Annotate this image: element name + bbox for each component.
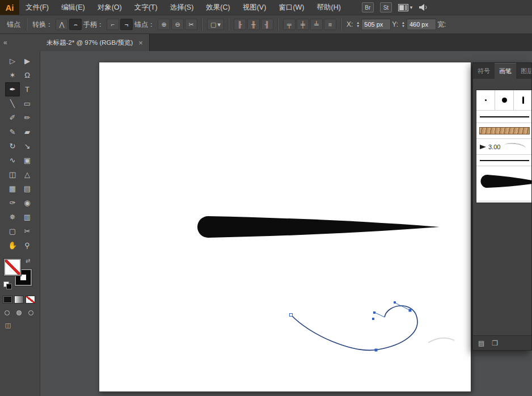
direct-selection-tool[interactable]: ▷ — [5, 54, 20, 68]
menu-view[interactable]: 视图(V) — [237, 0, 273, 15]
tab-symbols[interactable]: 符号 — [473, 63, 495, 79]
swap-fill-stroke-icon[interactable]: ⇄ — [26, 258, 30, 264]
draw-behind-button[interactable] — [14, 308, 24, 317]
align-right-button[interactable]: ╢ — [261, 19, 273, 30]
selected-pen-path[interactable] — [290, 301, 418, 352]
x-stepper[interactable]: ▲▼ — [356, 21, 360, 28]
pen-tool[interactable]: ✒ — [5, 82, 20, 96]
color-button[interactable] — [3, 296, 12, 304]
menu-window[interactable]: 窗口(W) — [272, 0, 310, 15]
artboard-tool[interactable]: ▢ — [5, 224, 20, 238]
mesh-tool[interactable]: ▦ — [5, 182, 20, 196]
width-tool[interactable]: ∿ — [5, 153, 20, 167]
artboard[interactable] — [99, 62, 471, 391]
convert-to-smooth-button[interactable]: ⌢ — [69, 19, 82, 30]
align-center-button[interactable]: ╫ — [247, 19, 260, 30]
magic-wand-tool[interactable]: ✶ — [5, 68, 20, 82]
screen-mode-button[interactable]: ◫ — [2, 321, 14, 330]
remove-anchor-button[interactable]: ⊖ — [171, 19, 184, 30]
type-tool[interactable]: T — [20, 82, 35, 96]
tab-brushes[interactable]: 画笔 — [495, 63, 516, 79]
hide-handles-button[interactable]: ¬ — [120, 19, 133, 30]
pen-icon: ✒ — [10, 85, 16, 94]
mesh-icon: ▦ — [9, 184, 16, 193]
pencil-tool[interactable]: ✏ — [20, 111, 35, 125]
brush-item-calligraphic[interactable] — [514, 90, 532, 110]
brush-item-pattern[interactable] — [476, 123, 532, 139]
align-bottom-button[interactable]: ╧ — [310, 19, 323, 30]
perspective-grid-tool[interactable]: △ — [20, 167, 35, 182]
gradient-button[interactable] — [14, 296, 24, 304]
slice-tool[interactable]: ✂ — [20, 224, 35, 238]
menu-help[interactable]: 帮助(H) — [311, 0, 347, 15]
brush-item-dot-large[interactable] — [495, 90, 514, 110]
rotate-tool[interactable]: ↻ — [5, 139, 20, 153]
show-handles-button[interactable]: ⌐ — [107, 19, 119, 30]
blob-brush-tool[interactable]: ✎ — [5, 125, 20, 139]
align-top-button[interactable]: ╤ — [283, 19, 295, 30]
blend-tool[interactable]: ◉ — [20, 196, 35, 210]
selection-tool[interactable]: ▶ — [20, 54, 35, 68]
lasso-tool[interactable]: Ω — [20, 68, 35, 82]
brush-item-dot-small[interactable] — [476, 90, 495, 110]
paintbrush-tool[interactable]: ✐ — [5, 111, 20, 125]
toolbar-collapse[interactable]: « — [0, 34, 40, 51]
scale-tool[interactable]: ↘ — [20, 139, 35, 153]
free-transform-tool[interactable]: ▣ — [20, 153, 35, 167]
y-stepper[interactable]: ▲▼ — [402, 21, 405, 28]
brush-item-charcoal[interactable] — [476, 155, 532, 166]
direct-selection-icon: ▷ — [10, 57, 15, 65]
document-tab[interactable]: 未标题-2* @ 97% (RGB/预览) × — [40, 34, 150, 51]
tab-layers[interactable]: 图层 — [516, 63, 532, 79]
charcoal-brush-icon — [480, 160, 529, 161]
eraser-tool[interactable]: ▰ — [20, 125, 35, 139]
add-anchor-button[interactable]: ⊕ — [158, 19, 170, 30]
default-fill-stroke-icon[interactable] — [3, 281, 12, 289]
menu-type[interactable]: 文字(T) — [128, 0, 164, 15]
arrange-documents-icon — [398, 4, 408, 11]
canvas[interactable]: 符号 画笔 图层 3.00 ▤ — [40, 51, 532, 396]
eyedropper-tool[interactable]: ✑ — [5, 196, 20, 210]
menu-select[interactable]: 选择(S) — [164, 0, 200, 15]
megaphone-button[interactable] — [419, 3, 429, 11]
x-input[interactable] — [361, 19, 391, 30]
align-middle-button[interactable]: ╪ — [297, 19, 309, 30]
y-input[interactable] — [407, 19, 436, 30]
arrange-documents-button[interactable]: ▾ — [398, 4, 413, 11]
brush-libraries-menu-icon[interactable]: ▤ — [478, 339, 484, 347]
brush-item-size[interactable]: 3.00 — [476, 139, 532, 155]
zoom-tool[interactable]: ⚲ — [20, 238, 35, 252]
menu-edit[interactable]: 编辑(E) — [55, 0, 91, 15]
symbol-sprayer-tool[interactable]: ✵ — [5, 210, 20, 224]
fill-none-swatch[interactable] — [4, 259, 21, 276]
cut-path-button[interactable]: ✂ — [185, 19, 197, 30]
menu-file[interactable]: 文件(F) — [19, 0, 55, 15]
stepper-down-icon: ▼ — [402, 24, 405, 28]
column-graph-tool[interactable]: ▥ — [20, 210, 35, 224]
new-brush-icon[interactable]: ❐ — [492, 339, 498, 347]
zoom-icon: ⚲ — [24, 241, 30, 250]
distribute-button[interactable]: ≡ — [324, 19, 336, 30]
artwork-layer — [99, 62, 471, 391]
shape-builder-tool[interactable]: ◫ — [5, 167, 20, 182]
bridge-button[interactable]: Br — [362, 2, 374, 12]
draw-normal-button[interactable] — [2, 308, 12, 317]
none-button[interactable] — [26, 296, 35, 304]
brush-item-taper-selected[interactable] — [476, 166, 532, 201]
menu-object[interactable]: 对象(O) — [91, 0, 128, 15]
draw-inside-button[interactable] — [26, 308, 36, 317]
add-anchor-icon: ⊕ — [161, 21, 166, 28]
gradient-tool[interactable]: ▤ — [20, 182, 35, 196]
close-icon[interactable]: × — [138, 39, 143, 47]
isolate-object-button[interactable]: ▢ ▾ — [207, 19, 224, 30]
menu-effect[interactable]: 效果(C) — [200, 0, 236, 15]
hand-tool[interactable]: ✋ — [5, 238, 20, 252]
convert-to-corner-button[interactable]: ⋀ — [56, 19, 68, 30]
black-taper-stroke[interactable] — [197, 216, 440, 238]
align-left-button[interactable]: ╟ — [234, 19, 246, 30]
symbol-sprayer-icon: ✵ — [10, 213, 16, 221]
rectangle-tool[interactable]: ▭ — [20, 96, 35, 111]
stock-button[interactable]: St — [380, 2, 392, 12]
brush-item-basic-line[interactable] — [476, 111, 532, 123]
line-segment-tool[interactable]: ╲ — [5, 96, 20, 111]
